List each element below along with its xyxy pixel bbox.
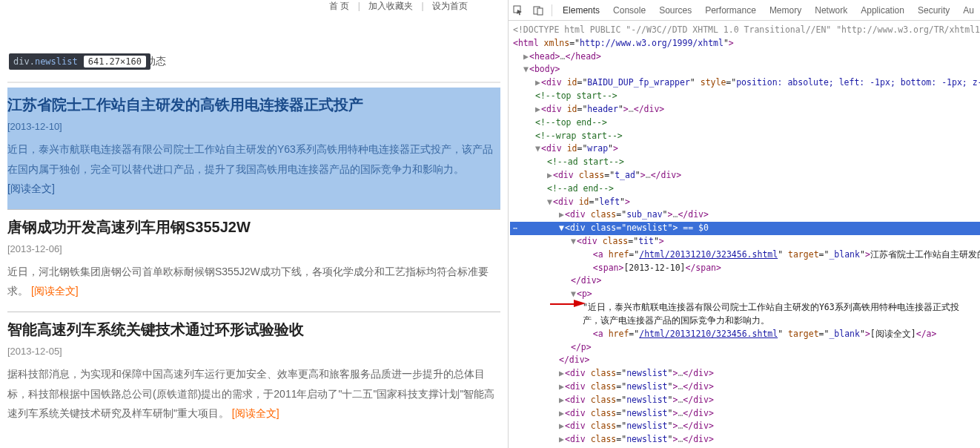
- tab-more[interactable]: Au: [960, 5, 977, 16]
- devtools-toolbar: Elements Console Sources Performance Mem…: [509, 0, 980, 21]
- separator: |: [422, 1, 424, 11]
- dom-node[interactable]: ▶<head>…</head>: [510, 50, 980, 64]
- top-bar: 首 页 | 加入收藏夹 | 设为首页: [0, 0, 508, 18]
- devtools-pane: Elements Console Sources Performance Mem…: [508, 0, 980, 448]
- article-title-link[interactable]: 智能高速列车系统关键技术通过环形试验验收: [7, 321, 304, 337]
- separator: [552, 4, 552, 16]
- read-more-link[interactable]: [阅读全文]: [232, 407, 279, 419]
- dom-node[interactable]: ▶<div class="newslist">…</div>: [510, 394, 980, 407]
- dom-node[interactable]: <span>[2013-12-10]</span>: [510, 262, 980, 275]
- article-excerpt: 近日，泰兴市航联电连接器有限公司院士工作站自主研发的Y63系列高铁用特种电连接器…: [7, 143, 493, 175]
- article-date: [2013-12-06]: [7, 243, 500, 254]
- topbar-sethome-link[interactable]: 设为首页: [432, 1, 468, 11]
- article-title-link[interactable]: 江苏省院士工作站自主研发的高铁用电连接器正式投产: [7, 96, 363, 113]
- dom-node[interactable]: ▶<div class="newslist">…</div>: [510, 367, 980, 381]
- tab-performance[interactable]: Performance: [702, 5, 759, 16]
- dom-node[interactable]: ▼<div id="wrap">: [510, 142, 980, 156]
- tab-security[interactable]: Security: [915, 5, 953, 16]
- doctype-node: <!DOCTYPE html PUBLIC "-//W3C//DTD XHTML…: [513, 24, 980, 35]
- topbar-home-link[interactable]: 首 页: [329, 1, 349, 11]
- annotation-arrow-icon: [574, 300, 586, 307]
- article-date: [2013-12-10]: [7, 121, 500, 132]
- topbar-fav-link[interactable]: 加入收藏夹: [368, 1, 413, 11]
- dom-tree[interactable]: <!DOCTYPE html PUBLIC "-//W3C//DTD XHTML…: [509, 21, 980, 448]
- dom-node[interactable]: ▶<div class="t_ad">…</div>: [510, 169, 980, 182]
- dom-node[interactable]: <a href="/html/20131210/323456.shtml" ta…: [510, 328, 980, 341]
- dom-node[interactable]: ▼<div class="tit">: [510, 235, 980, 248]
- svg-rect-2: [537, 8, 543, 15]
- separator: |: [358, 1, 360, 11]
- dom-node[interactable]: ▶<div class="newslist">…</div>: [510, 420, 980, 433]
- annotation-arrow: [550, 303, 574, 305]
- tab-console[interactable]: Console: [610, 5, 649, 16]
- dom-node[interactable]: ▶<div id="header">…</div>: [510, 103, 980, 116]
- read-more-link[interactable]: [阅读全文]: [31, 285, 79, 297]
- article-title-link[interactable]: 唐钢成功开发高速列车用钢S355J2W: [7, 219, 251, 235]
- tab-sources[interactable]: Sources: [656, 5, 695, 16]
- dom-node[interactable]: ▶<div class="newslist">…</div>: [510, 433, 980, 447]
- tab-network[interactable]: Network: [812, 5, 850, 16]
- tab-memory[interactable]: Memory: [767, 5, 804, 16]
- tab-elements[interactable]: Elements: [560, 5, 603, 16]
- dom-node[interactable]: ▼<body>: [510, 63, 980, 76]
- tab-application[interactable]: Application: [858, 5, 907, 16]
- dom-node[interactable]: ▶<div class="newslist">…</div>: [510, 407, 980, 421]
- newslist-item[interactable]: 智能高速列车系统关键技术通过环形试验验收 [2013-12-05] 据科技部消息…: [7, 312, 500, 434]
- newslist-item-highlighted[interactable]: 江苏省院士工作站自主研发的高铁用电连接器正式投产 [2013-12-10] 近日…: [7, 88, 500, 210]
- dom-node[interactable]: ▶<div class="newslist">…</div>: [510, 381, 980, 394]
- dom-node[interactable]: ▶<div class="sub_nav">…</div>: [510, 208, 980, 222]
- device-toggle-icon[interactable]: [532, 4, 544, 17]
- dom-node[interactable]: ▶<div id="BAIDU_DUP_fp_wrapper" style="p…: [510, 76, 980, 90]
- inspector-tooltip: div.newslist 641.27×160: [9, 53, 150, 70]
- dom-node[interactable]: <html xmlns="http://www.w3.org/1999/xhtm…: [510, 37, 980, 50]
- inspect-icon[interactable]: [511, 4, 524, 17]
- webpage-pane: 首 页 | 加入收藏夹 | 设为首页 div.newslist 641.27×1…: [0, 0, 508, 448]
- tooltip-dimensions: 641.27×160: [84, 56, 146, 67]
- article-excerpt: 近日，河北钢铁集团唐钢公司首单欧标耐候钢S355J2W成功下线，各项化学成分和工…: [7, 266, 489, 297]
- newslist-item[interactable]: 唐钢成功开发高速列车用钢S355J2W [2013-12-06] 近日，河北钢铁…: [7, 210, 500, 312]
- read-more-link[interactable]: [阅读全文]: [7, 182, 55, 194]
- article-date: [2013-12-05]: [7, 346, 500, 357]
- dom-node[interactable]: <a href="/html/20131210/323456.shtml" ta…: [510, 248, 980, 262]
- dom-node-selected[interactable]: ⋯▼<div class="newslist"> == $0: [510, 222, 980, 235]
- breadcrumb: 技 > 科技动态: [7, 22, 500, 83]
- dom-node[interactable]: ▼<div id="left">: [510, 196, 980, 209]
